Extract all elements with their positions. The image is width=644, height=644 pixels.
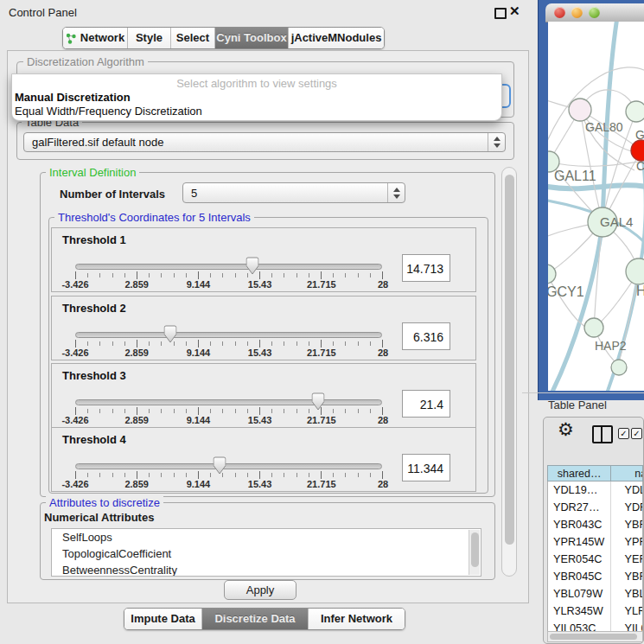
tab-select[interactable]: Select bbox=[171, 28, 215, 48]
table-row[interactable]: YBL079WYBL0 bbox=[548, 585, 642, 603]
minimize-traffic-light-icon[interactable] bbox=[571, 7, 583, 18]
table-data-combobox[interactable]: galFiltered.sif default node bbox=[23, 132, 506, 152]
table-horizontal-scrollbar[interactable] bbox=[547, 631, 643, 642]
float-window-icon[interactable] bbox=[494, 8, 507, 19]
slider-ticks bbox=[75, 471, 383, 479]
threshold-4-panel: Threshold 4 -3.426 2.859 9.144 15.43 21.… bbox=[51, 427, 476, 492]
combo-spinner-icon[interactable] bbox=[488, 133, 505, 151]
gear-icon[interactable]: ⚙ bbox=[558, 419, 574, 440]
table-data-selected-value: galFiltered.sif default node bbox=[32, 133, 163, 151]
table-row[interactable]: YDL19…YDL1 bbox=[548, 481, 642, 499]
list-item[interactable]: SelfLoops bbox=[52, 529, 481, 545]
attributes-group-title: Attributes to discretize bbox=[46, 496, 163, 509]
node-label: GCY1 bbox=[548, 284, 584, 299]
node-label: HAP2 bbox=[595, 339, 627, 353]
table-row[interactable]: YLR345WYLR3 bbox=[548, 603, 642, 620]
checkbox-icon[interactable]: ✓ bbox=[631, 428, 642, 439]
tab-network[interactable]: Network bbox=[63, 28, 128, 48]
network-graph: GAL80 GA C GAL11 GAL4 GCY1 H HAP2 bbox=[548, 22, 644, 391]
apply-button[interactable]: Apply bbox=[224, 580, 296, 600]
list-scrollbar[interactable] bbox=[469, 530, 480, 575]
tab-cyni-toolbox[interactable]: Cyni Toolbox bbox=[215, 28, 289, 48]
table-row[interactable]: YER054CYER0 bbox=[548, 551, 642, 568]
slider-track[interactable] bbox=[75, 463, 382, 469]
slider-thumb[interactable] bbox=[164, 325, 177, 343]
node-label: H bbox=[636, 284, 644, 298]
threshold-2-panel: Threshold 2 -3.426 2.859 9.144 15.43 21.… bbox=[51, 296, 476, 360]
table-row[interactable]: YPR145WYPR1 bbox=[548, 533, 642, 551]
tab-style[interactable]: Style bbox=[128, 28, 171, 48]
application-window: Control Panel ✕ Network Style Select Cyn… bbox=[0, 0, 644, 644]
table-row[interactable]: YDR27…YDR2 bbox=[548, 499, 642, 516]
threshold-3-value-field[interactable]: 21.4 bbox=[402, 390, 450, 418]
slider-thumb[interactable] bbox=[214, 456, 226, 475]
threshold-4-value-field[interactable]: 11.344 bbox=[402, 454, 450, 481]
table-row[interactable]: YBR045CYBR0 bbox=[548, 568, 642, 585]
number-of-intervals-combobox[interactable]: 5 bbox=[182, 182, 405, 203]
main-scrollbar[interactable] bbox=[501, 167, 517, 577]
tab-discretize-data[interactable]: Discretize Data bbox=[202, 609, 309, 629]
top-tab-bar: Network Style Select Cyni Toolbox jActiv… bbox=[62, 27, 385, 49]
slider-track[interactable] bbox=[75, 332, 382, 338]
list-item[interactable]: BetweennessCentrality bbox=[52, 562, 481, 577]
node-partial[interactable] bbox=[611, 360, 627, 375]
tab-jactivemnodules[interactable]: jActiveMNodules bbox=[289, 28, 384, 48]
slider-ticks bbox=[75, 271, 383, 279]
slider-tick-labels: -3.426 2.859 9.144 15.43 21.715 28 bbox=[75, 479, 383, 489]
network-view-window: GAL80 GA C GAL11 GAL4 GCY1 H HAP2 bbox=[538, 0, 644, 400]
close-icon[interactable]: ✕ bbox=[509, 3, 520, 19]
algorithm-option-manual[interactable]: Manual Discretization bbox=[15, 91, 131, 104]
numerical-attributes-list[interactable]: SelfLoops TopologicalCoefficient Between… bbox=[51, 528, 481, 577]
threshold-1-slider[interactable]: -3.426 2.859 9.144 15.43 21.715 28 bbox=[75, 257, 383, 291]
table-row[interactable]: YIL053CYIL0 bbox=[548, 620, 642, 631]
zoom-traffic-light-icon[interactable] bbox=[589, 7, 600, 18]
network-canvas[interactable]: GAL80 GA C GAL11 GAL4 GCY1 H HAP2 bbox=[548, 22, 644, 391]
node-label: GAL80 bbox=[585, 120, 623, 134]
tab-impute-data[interactable]: Impute Data bbox=[124, 609, 202, 629]
threshold-2-slider[interactable]: -3.426 2.859 9.144 15.43 21.715 28 bbox=[75, 325, 383, 360]
slider-thumb[interactable] bbox=[312, 392, 325, 411]
threshold-2-label: Threshold 2 bbox=[62, 302, 126, 315]
bottom-tab-bar: Impute Data Discretize Data Infer Networ… bbox=[124, 608, 405, 630]
table-panel-title: Table Panel bbox=[548, 399, 607, 411]
slider-ticks bbox=[75, 407, 383, 415]
split-columns-icon[interactable] bbox=[592, 425, 613, 443]
column-header-shared-name[interactable]: shared… bbox=[548, 466, 610, 481]
node-label: GAL4 bbox=[600, 214, 633, 229]
threshold-1-value-field[interactable]: 14.713 bbox=[402, 254, 450, 282]
main-scrollbar-thumb[interactable] bbox=[505, 175, 514, 545]
node-attribute-table: shared… na YDL19…YDL1 YDR27…YDR2 YBR043C… bbox=[547, 465, 643, 481]
discretization-algorithm-group-title: Discretization Algorithm bbox=[23, 55, 148, 68]
slider-track[interactable] bbox=[75, 264, 382, 270]
node-red[interactable] bbox=[631, 140, 644, 161]
network-window-titlebar[interactable] bbox=[545, 3, 644, 22]
column-header-name[interactable]: na bbox=[610, 466, 642, 481]
node-label: C bbox=[636, 159, 644, 173]
slider-thumb[interactable] bbox=[246, 257, 259, 275]
cyni-toolbox-panel: Discretization Algorithm Select algorith… bbox=[7, 50, 529, 603]
tab-network-label: Network bbox=[80, 28, 124, 48]
node-gcy1[interactable] bbox=[548, 265, 556, 284]
threshold-4-label: Threshold 4 bbox=[62, 433, 126, 446]
node-hap2[interactable] bbox=[584, 318, 603, 337]
list-scrollbar-thumb[interactable] bbox=[471, 532, 479, 567]
threshold-2-value-field[interactable]: 6.316 bbox=[402, 322, 450, 350]
list-item[interactable]: TopologicalCoefficient bbox=[52, 545, 481, 562]
node-h[interactable] bbox=[626, 258, 644, 284]
table-horizontal-scrollbar-thumb[interactable] bbox=[550, 634, 637, 640]
combo-spinner-icon[interactable] bbox=[387, 183, 405, 202]
threshold-3-panel: Threshold 3 -3.426 2.859 9.144 15.43 21.… bbox=[51, 363, 476, 428]
slider-tick-labels: -3.426 2.859 9.144 15.43 21.715 28 bbox=[75, 415, 383, 425]
threshold-4-slider[interactable]: -3.426 2.859 9.144 15.43 21.715 28 bbox=[75, 456, 383, 491]
close-traffic-light-icon[interactable] bbox=[554, 7, 565, 18]
slider-track[interactable] bbox=[75, 399, 382, 405]
table-row[interactable]: YBR043CYBR0 bbox=[548, 516, 642, 533]
slider-tick-labels: -3.426 2.859 9.144 15.43 21.715 28 bbox=[75, 279, 383, 290]
algorithm-option-equal-width[interactable]: Equal Width/Frequency Discretization bbox=[15, 105, 202, 118]
checkbox-icon[interactable]: ✓ bbox=[618, 428, 629, 439]
tab-infer-network[interactable]: Infer Network bbox=[309, 609, 405, 629]
table-panel: ⚙ ✓ ✓ shared… na YDL19…YDL1 YDR27…YDR2 Y… bbox=[543, 417, 644, 644]
node-ga[interactable] bbox=[626, 101, 644, 122]
node-gal80[interactable] bbox=[569, 99, 591, 121]
threshold-3-slider[interactable]: -3.426 2.859 9.144 15.43 21.715 28 bbox=[75, 392, 383, 427]
